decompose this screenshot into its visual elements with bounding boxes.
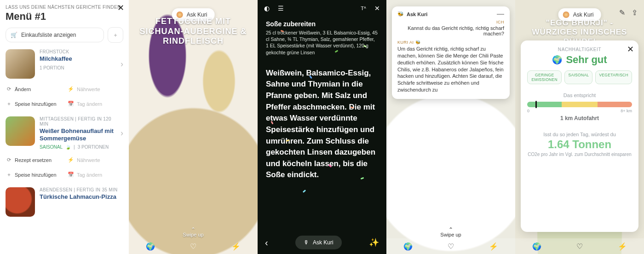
bolt-icon: ⚡	[68, 157, 74, 163]
sustainability-panel: Ask Kuri ✎ ⇪ "EGG BHURJI" - WÜRZIGES IND…	[515, 0, 644, 254]
chat-overlay-panel: 🐝 Ask Kuri — ICH Kannst du das Gericht r…	[386, 0, 515, 254]
add-dish-button[interactable]: ＋Speise hinzufügen	[6, 98, 61, 110]
meal-card[interactable]: ABENDESSEN | FERTIG IN 35 MIN Türkische …	[6, 187, 123, 217]
chevron-right-icon: ›	[121, 59, 123, 69]
globe-icon[interactable]: 🌍	[402, 242, 414, 251]
close-icon[interactable]: ✕	[117, 3, 124, 13]
close-icon[interactable]: ✕	[374, 5, 380, 12]
meal-title: Milchkaffee	[40, 55, 72, 63]
meal-portions: 3 PORTIONEN	[78, 144, 109, 150]
add-menu-button[interactable]: ＋	[108, 27, 123, 43]
meal-meta: ABENDESSEN | FERTIG IN 35 MIN	[40, 187, 117, 192]
change-button[interactable]: ⟳Ändern	[6, 83, 61, 95]
sustainability-sheet: ✕ NACHHALTIGKEIT 🌍 Sehr gut GERINGE EMIS…	[521, 40, 638, 232]
meal-meta: FRÜHSTÜCK	[40, 49, 72, 54]
meal-card[interactable]: MITTAGESSEN | FERTIG IN 120 MIN Weißer B…	[6, 116, 123, 150]
step-instructions: Weißwein, Balsamico-Essig, Sahne und Thy…	[266, 68, 378, 181]
bolt-icon: ⚡	[68, 86, 74, 92]
impact-meter	[527, 102, 632, 107]
change-day-button[interactable]: 📅Tag ändern	[68, 98, 123, 110]
heart-icon[interactable]: ♡	[188, 242, 199, 251]
step-ingredients: 25 cl trockener Weißwein, 3 EL Balsamico…	[266, 29, 378, 56]
scale-max: 8+ km	[621, 109, 632, 113]
chip-seasonal: SAISONAL	[564, 70, 592, 84]
contrast-icon[interactable]: ◐	[264, 5, 270, 12]
tagline: LASS UNS DEINE NÄCHSTEN GERICHTE FINDEN	[6, 5, 123, 10]
cooking-step-panel: ◐ ☰ Tᴬ ✕ Soße zubereiten 25 cl trockener…	[258, 0, 386, 254]
close-icon[interactable]: ✕	[627, 44, 634, 54]
rating-value: Sehr gut	[566, 54, 607, 66]
seasonal-badge: SAISONAL	[40, 144, 63, 150]
equiv-label: Das entspricht	[527, 92, 632, 98]
refresh-icon: ⟳	[6, 86, 12, 92]
heart-icon[interactable]: ♡	[574, 242, 585, 251]
kuri-avatar-icon: 🐝	[397, 11, 404, 17]
ai-message: Um das Gericht richtig, richtig scharf z…	[397, 46, 504, 93]
heart-icon[interactable]: ♡	[445, 242, 456, 251]
chip-emissions: GERINGE EMISSIONEN	[527, 70, 562, 84]
minimize-icon[interactable]: —	[497, 12, 504, 16]
swipe-up-hint[interactable]: Swipe up	[129, 226, 258, 237]
user-label: ICH	[397, 20, 504, 24]
meal-thumb	[6, 187, 35, 217]
ask-kuri-button[interactable]: 🎙 Ask Kuri	[295, 236, 342, 249]
globe-icon: 🌍	[552, 55, 562, 65]
yearly-tail: CO2e pro Jahr im Vgl. zum Durchschnitt e…	[527, 152, 632, 157]
meal-title: Weißer Bohnenauflauf mit Sommergemüse	[40, 127, 116, 142]
meal-thumb	[6, 116, 35, 146]
recipe-hero-panel: Ask Kuri FETTUCCINE MIT SICHUAN-AUBERGIN…	[129, 0, 258, 254]
menu-title: Menü #1	[6, 11, 123, 23]
scale-min: 0	[527, 109, 529, 113]
calendar-icon: 📅	[68, 101, 74, 107]
yearly-value: 1.64 Tonnen	[527, 138, 632, 151]
sheet-label: NACHHALTIGKEIT	[527, 47, 632, 52]
menu-panel: ✕ LASS UNS DEINE NÄCHSTEN GERICHTE FINDE…	[0, 0, 129, 254]
text-size-icon[interactable]: Tᴬ	[361, 6, 366, 12]
calendar-icon: 📅	[68, 172, 74, 178]
recipe-title: FETTUCCINE MIT SICHUAN-AUBERGINE & RINDF…	[129, 17, 258, 46]
bolt-icon[interactable]: ⚡	[488, 242, 499, 251]
nutrition-button[interactable]: ⚡Nährwerte	[68, 83, 123, 95]
bolt-icon[interactable]: ⚡	[617, 242, 628, 251]
km-equivalent: 1 km Autofahrt	[527, 115, 632, 121]
plus-icon: ＋	[6, 171, 12, 178]
nutrition-button[interactable]: ⚡Nährwerte	[68, 154, 123, 166]
shopping-list-label: Einkaufsliste anzeigen	[21, 32, 76, 38]
prev-step-button[interactable]: ‹	[265, 237, 268, 248]
meal-card[interactable]: FRÜHSTÜCK Milchkaffee 1 PORTION ›	[6, 49, 123, 79]
yearly-lead: Isst du so jeden Tag, würdest du	[527, 132, 632, 137]
chip-vegetarian: VEGETARISCH	[595, 70, 632, 84]
shopping-list-button[interactable]: 🛒 Einkaufsliste anzeigen	[6, 28, 104, 42]
mic-icon: 🎙	[304, 239, 309, 246]
ai-label: KURI AI 🐝	[397, 40, 504, 45]
sparkle-icon[interactable]: ✨	[369, 237, 379, 248]
cart-icon: 🛒	[11, 32, 17, 38]
bolt-icon[interactable]: ⚡	[230, 242, 242, 251]
meal-title: Türkische Lahmacun-Pizza	[40, 193, 117, 201]
add-dish-button[interactable]: ＋Speise hinzufügen	[6, 168, 61, 181]
globe-icon[interactable]: 🌍	[145, 242, 156, 251]
change-day-button[interactable]: 📅Tag ändern	[68, 168, 123, 181]
meal-thumb	[6, 49, 35, 79]
leaf-icon: 🍃	[65, 144, 71, 150]
edit-icon[interactable]: ✎	[619, 8, 625, 17]
impact-marker	[535, 101, 537, 108]
replace-recipe-button[interactable]: ⟳Rezept ersetzen	[6, 154, 61, 166]
share-icon[interactable]: ⇪	[632, 8, 638, 17]
meal-portions: 1 PORTION	[40, 65, 72, 70]
chat-title: Ask Kuri	[407, 12, 427, 17]
chevron-right-icon: ›	[121, 128, 123, 138]
globe-icon[interactable]: 🌍	[531, 242, 542, 251]
step-heading: Soße zubereiten	[266, 20, 378, 28]
refresh-icon: ⟳	[6, 157, 12, 163]
ask-kuri-chat: 🐝 Ask Kuri — ICH Kannst du das Gericht r…	[392, 6, 510, 99]
swipe-up-hint[interactable]: Swipe up	[386, 226, 515, 237]
plus-icon: ＋	[6, 100, 12, 107]
list-icon[interactable]: ☰	[278, 5, 284, 12]
meal-meta: MITTAGESSEN | FERTIG IN 120 MIN	[40, 116, 116, 127]
user-message: Kannst du das Gericht richtig, richtig s…	[397, 25, 504, 36]
